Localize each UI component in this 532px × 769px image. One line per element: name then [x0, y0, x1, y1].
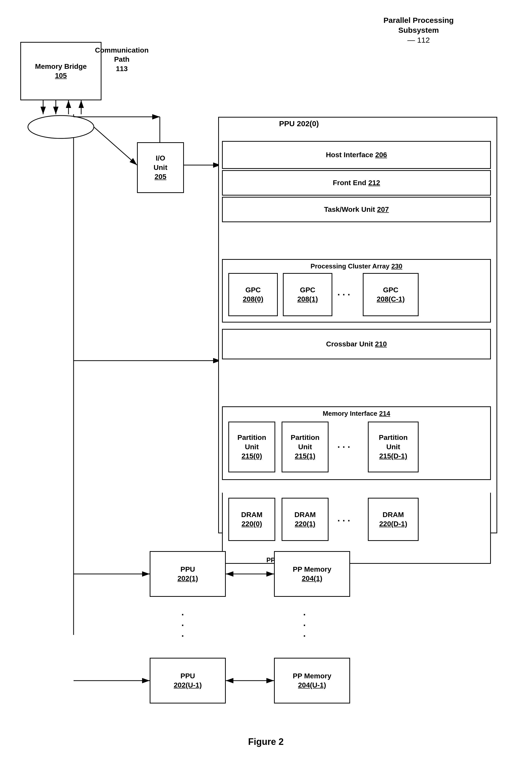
communication-path-label: Communication Path 113	[94, 46, 150, 73]
memory-bridge-box: Memory Bridge 105	[20, 42, 101, 100]
io-unit-label: I/OUnit205	[153, 154, 167, 181]
memory-dots-1: ...	[303, 607, 306, 639]
ppu-202-u1-box: PPU202(U-1)	[150, 658, 226, 704]
gpc-0-label: GPC208(0)	[243, 286, 263, 304]
ppu-dots-1: ...	[181, 607, 184, 639]
ppu-202-1-label: PPU202(1)	[178, 565, 198, 584]
gpc-c1-label: GPC208(C-1)	[377, 286, 405, 304]
ppu-202-u1-label: PPU202(U-1)	[174, 672, 202, 690]
partition-unit-1-box: PartitionUnit215(1)	[282, 422, 329, 472]
dram-1-box: DRAM220(1)	[282, 498, 329, 541]
diagram: Memory Bridge 105 Communication Path 113…	[0, 0, 532, 769]
gpc-0-box: GPC208(0)	[228, 273, 278, 316]
partition-dots: · · ·	[337, 442, 350, 453]
dram-1-label: DRAM220(1)	[295, 510, 316, 529]
pp-memory-204-u1-label: PP Memory204(U-1)	[293, 672, 331, 690]
partition-unit-d1-box: PartitionUnit215(D-1)	[368, 422, 419, 472]
task-work-unit-label: Task/Work Unit 207	[324, 205, 389, 214]
dram-d1-label: DRAM220(D-1)	[379, 510, 407, 529]
partition-unit-1-label: PartitionUnit215(1)	[291, 433, 320, 461]
processing-cluster-array-label: Processing Cluster Array 230	[311, 262, 402, 270]
gpc-dots: · · ·	[337, 290, 350, 300]
partition-unit-0-label: PartitionUnit215(0)	[237, 433, 266, 461]
dram-d1-box: DRAM220(D-1)	[368, 498, 419, 541]
dram-dots: · · ·	[337, 515, 350, 526]
svg-line-10	[94, 127, 137, 165]
svg-point-9	[28, 115, 94, 138]
gpc-1-box: GPC208(1)	[283, 273, 332, 316]
crossbar-unit-label: Crossbar Unit 210	[326, 340, 387, 349]
front-end-label: Front End 212	[333, 178, 380, 187]
pp-memory-204-u1-box: PP Memory204(U-1)	[274, 658, 350, 704]
gpc-1-label: GPC208(1)	[297, 286, 318, 304]
partition-unit-0-box: PartitionUnit215(0)	[228, 422, 275, 472]
dram-0-box: DRAM220(0)	[228, 498, 275, 541]
front-end-box: Front End 212	[222, 170, 491, 196]
gpc-c1-box: GPC208(C-1)	[363, 273, 419, 316]
partition-unit-d1-label: PartitionUnit215(D-1)	[379, 433, 408, 461]
host-interface-label: Host Interface 206	[326, 150, 387, 159]
ppu-202-0-label: PPU PPU 202(0)202(0)	[279, 119, 319, 128]
figure-label: Figure 2	[215, 737, 317, 747]
crossbar-unit-box: Crossbar Unit 210	[222, 329, 491, 359]
ppu-202-1-box: PPU202(1)	[150, 551, 226, 597]
pp-memory-204-1-label: PP Memory204(1)	[293, 565, 331, 584]
host-interface-box: Host Interface 206	[222, 141, 491, 169]
task-work-unit-box: Task/Work Unit 207	[222, 197, 491, 222]
memory-bridge-label: Memory Bridge 105	[35, 62, 87, 80]
memory-interface-label: Memory Interface 214	[323, 410, 390, 417]
parallel-processing-label: Parallel Processing Subsystem — 112	[368, 15, 469, 45]
io-unit-box: I/OUnit205	[137, 142, 184, 193]
dram-0-label: DRAM220(0)	[241, 510, 263, 529]
pp-memory-204-1-box: PP Memory204(1)	[274, 551, 350, 597]
